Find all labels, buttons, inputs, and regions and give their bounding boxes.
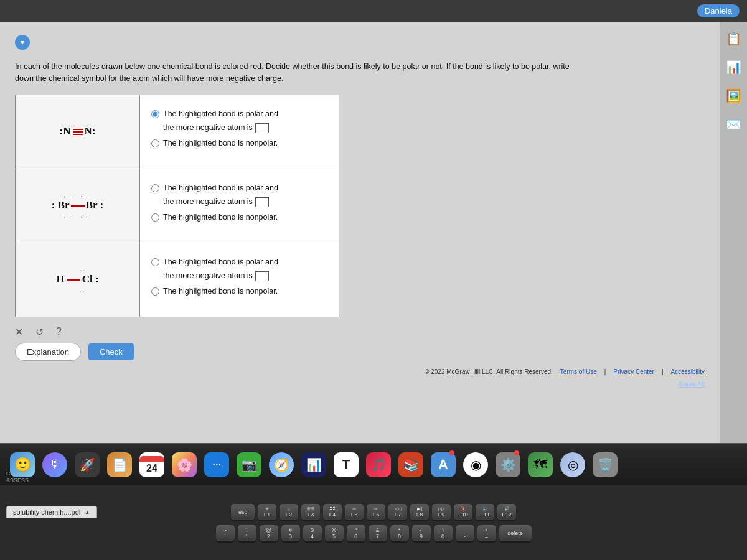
close-icon[interactable]: ✕	[15, 326, 23, 338]
key-f10[interactable]: 🔇F10	[454, 504, 472, 520]
polar-label-1: The highlighted bond is polar and	[163, 109, 278, 120]
option-3-polar[interactable]: The highlighted bond is polar and the mo…	[151, 257, 327, 281]
taskbar-siri[interactable]: 🎙	[40, 448, 70, 482]
taskbar-music[interactable]: 🎵	[364, 448, 393, 482]
radio-q1-nonpolar[interactable]	[151, 139, 159, 147]
top-bar: Daniela	[0, 0, 747, 22]
key-f1[interactable]: ☀F1	[258, 504, 276, 520]
key-6[interactable]: ^6	[347, 525, 365, 541]
key-5[interactable]: %5	[325, 525, 344, 541]
privacy-link[interactable]: Privacy Center	[613, 368, 654, 375]
assess-label: ASSESS	[6, 477, 29, 484]
option-1-polar[interactable]: The highlighted bond is polar and the mo…	[151, 109, 327, 133]
radio-q2-nonpolar[interactable]	[151, 213, 159, 222]
footer-separator-2: |	[662, 368, 664, 375]
file-tab-label: solubility chem h....pdf	[13, 508, 81, 516]
key-tilde[interactable]: ~`	[216, 525, 235, 541]
taskbar-books[interactable]: 📚	[396, 448, 426, 482]
question-table: :N N:	[15, 95, 339, 317]
atom-input-3[interactable]	[255, 271, 269, 281]
key-2[interactable]: @2	[260, 525, 278, 541]
key-f9[interactable]: ▷▷F9	[432, 504, 451, 520]
taskbar-appstore[interactable]: ⋯	[202, 448, 232, 482]
atom-input-1[interactable]	[255, 123, 269, 133]
key-0[interactable]: )0	[434, 525, 453, 541]
taskbar-calendar[interactable]: 24	[137, 448, 167, 482]
polar-label-2: The highlighted bond is polar and	[163, 183, 278, 194]
key-f5[interactable]: ⇦F5	[345, 504, 364, 520]
check-button[interactable]: Check	[88, 343, 134, 360]
taskbar-launchpad[interactable]: 🚀	[72, 448, 102, 482]
key-f11[interactable]: 🔉F11	[476, 504, 494, 520]
atom-input-2[interactable]	[255, 197, 269, 207]
show-all-link[interactable]: Show All	[679, 380, 705, 388]
taskbar-barchart[interactable]: 📊	[299, 448, 329, 482]
help-icon[interactable]: ?	[56, 326, 62, 337]
sidebar-image-icon[interactable]: 🖼️	[724, 86, 744, 106]
option-2-polar-text: The highlighted bond is polar and the mo…	[163, 183, 327, 207]
taskbar-facetime[interactable]: 📷	[234, 448, 264, 482]
key-f3[interactable]: ⊞⊞F3	[301, 504, 320, 520]
taskbar-accessibility[interactable]: A	[428, 448, 458, 482]
key-9[interactable]: (9	[412, 525, 431, 541]
file-tab[interactable]: solubility chem h....pdf ▲	[6, 506, 97, 518]
taskbar-maps[interactable]: 🗺	[525, 448, 555, 482]
option-3-polar-text: The highlighted bond is polar and the mo…	[163, 257, 327, 281]
collapse-button[interactable]: ▾	[15, 35, 30, 50]
sidebar-notes-icon[interactable]: 📋	[724, 29, 744, 49]
options-inner-3: The highlighted bond is polar and the mo…	[151, 252, 327, 308]
accessibility-link[interactable]: Accessibility	[671, 368, 705, 375]
key-minus[interactable]: _-	[456, 525, 474, 541]
key-esc[interactable]: esc	[231, 504, 255, 520]
taskbar-safari2[interactable]: ◎	[558, 448, 588, 482]
taskbar-chrome[interactable]: ◉	[461, 448, 491, 482]
key-3[interactable]: #3	[281, 525, 300, 541]
atom-br-left: : Br	[52, 196, 70, 215]
negative-atom-label-2: the more negative atom is	[163, 197, 253, 208]
radio-q3-nonpolar[interactable]	[151, 287, 159, 296]
option-1-nonpolar[interactable]: The highlighted bond is nonpolar.	[151, 138, 327, 149]
negative-atom-label-3: the more negative atom is	[163, 271, 253, 282]
options-cell-1: The highlighted bond is polar and the mo…	[140, 95, 339, 169]
ch9-label: CH.9 PF	[6, 470, 29, 477]
h-cl-line: H Cl :	[56, 270, 98, 289]
key-f8[interactable]: ▶‖F8	[410, 504, 429, 520]
key-plus[interactable]: +=	[477, 525, 496, 541]
mac-taskbar: 🙂 🎙 🚀 📄 24 🌸 ⋯ 📷	[0, 443, 747, 485]
taskbar-photos[interactable]: 🌸	[169, 448, 199, 482]
calendar-date: 24	[146, 464, 157, 474]
key-f12[interactable]: 🔊F12	[497, 504, 516, 520]
key-f6[interactable]: ⇨F6	[367, 504, 385, 520]
option-2-polar[interactable]: The highlighted bond is polar and the mo…	[151, 183, 327, 207]
key-delete[interactable]: delete	[499, 525, 532, 541]
option-3-nonpolar[interactable]: The highlighted bond is nonpolar.	[151, 286, 327, 297]
explanation-button[interactable]: Explanation	[15, 343, 81, 361]
key-7[interactable]: &7	[369, 525, 387, 541]
radio-q1-polar[interactable]	[151, 110, 159, 118]
keyboard-area: esc ☀F1 ☼F2 ⊞⊞F3 ⠿⠿F4 ⇦F5 ⇨F6 ◁◁F7 ▶‖F8 …	[0, 485, 747, 560]
taskbar-textedit[interactable]: T	[331, 448, 361, 482]
radio-q3-polar[interactable]	[151, 258, 159, 266]
key-f7[interactable]: ◁◁F7	[388, 504, 407, 520]
key-f4[interactable]: ⠿⠿F4	[323, 504, 342, 520]
taskbar-files[interactable]: 📄	[105, 448, 134, 482]
atom-n-left: :N	[60, 122, 71, 141]
atom-br-right: Br :	[86, 196, 104, 215]
taskbar-settings[interactable]: ⚙️	[493, 448, 523, 482]
taskbar-trash[interactable]: 🗑️	[590, 448, 620, 482]
radio-q2-polar[interactable]	[151, 184, 159, 192]
taskbar-safari[interactable]: 🧭	[266, 448, 296, 482]
option-2-nonpolar[interactable]: The highlighted bond is nonpolar.	[151, 212, 327, 223]
key-4[interactable]: $4	[303, 525, 322, 541]
nonpolar-label-2: The highlighted bond is nonpolar.	[163, 212, 278, 223]
terms-link[interactable]: Terms of Use	[560, 368, 597, 375]
key-1[interactable]: !1	[238, 525, 256, 541]
undo-icon[interactable]: ↺	[35, 326, 44, 338]
footer-area: © 2022 McGraw Hill LLC. All Rights Reser…	[15, 368, 705, 375]
sidebar-chart-icon[interactable]: 📊	[724, 57, 744, 77]
key-f2[interactable]: ☼F2	[280, 504, 298, 520]
action-icons-row: ✕ ↺ ?	[15, 326, 705, 338]
sidebar-mail-icon[interactable]: ✉️	[724, 114, 744, 134]
single-bond-br	[71, 205, 85, 207]
key-8[interactable]: *8	[390, 525, 409, 541]
